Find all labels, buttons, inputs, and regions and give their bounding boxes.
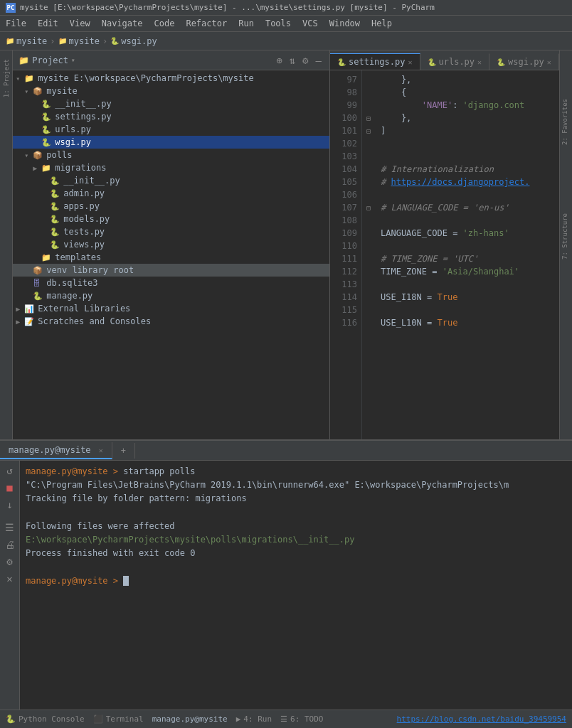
settings-btn[interactable]: ⚙ — [300, 54, 310, 67]
menu-edit[interactable]: Edit — [32, 17, 64, 30]
tree-item-db[interactable]: 🗄 db.sqlite3 — [13, 277, 329, 289]
menu-refactor[interactable]: Refactor — [180, 17, 233, 30]
templates-folder-icon: 📁 — [41, 253, 53, 262]
tree-item-migrations[interactable]: ▶ 📁 migrations — [13, 161, 329, 174]
rerun-btn[interactable]: ↺ — [5, 464, 14, 478]
expand-arrow: ▶ — [33, 164, 41, 172]
tree-item-polls[interactable]: ▾ 📦 polls — [13, 149, 329, 161]
terminal-content[interactable]: manage.py@mysite > startapp polls "C:\Pr… — [20, 461, 572, 710]
close-tab-wsgi[interactable]: ✕ — [547, 58, 551, 66]
status-manage[interactable]: manage.py@mysite — [152, 714, 228, 724]
code-line-102 — [381, 137, 554, 150]
tab-settings[interactable]: 🐍 settings.py ✕ — [330, 53, 420, 70]
ext-libs-icon: 📊 — [24, 304, 36, 314]
dropdown-icon[interactable]: ▾ — [71, 56, 75, 64]
tree-item-apps[interactable]: 🐍 apps.py — [13, 200, 329, 213]
filter-btn[interactable]: ☰ — [4, 520, 16, 535]
term-line-empty2 — [26, 560, 566, 574]
close-tab-urls[interactable]: ✕ — [477, 58, 482, 66]
menu-code[interactable]: Code — [149, 17, 181, 30]
code-gutter: ⊟ ⊟ ⊟ — [362, 70, 375, 439]
tree-item-wsgi[interactable]: 🐍 wsgi.py — [13, 136, 329, 149]
term-line-prompt: manage.py@mysite > — [26, 574, 566, 588]
tree-item-init[interactable]: 🐍 __init__.py — [13, 97, 329, 110]
code-content[interactable]: }, { 'NAME': 'django.cont }, ] # Interna… — [375, 70, 559, 439]
code-line-111: # TIME_ZONE = 'UTC' — [381, 252, 554, 265]
term-line-1: manage.py@mysite > startapp polls — [26, 465, 566, 478]
todo-icon: ☰ — [280, 714, 287, 724]
panel-actions: ⊕ ⇅ ⚙ — — [274, 54, 324, 67]
tree-item-scratches[interactable]: ▶ 📝 Scratches and Consoles — [13, 315, 329, 328]
project-panel: 📁 Project ▾ ⊕ ⇅ ⚙ — ▾ 📁 mysite E:\worksp… — [13, 50, 330, 439]
menu-file[interactable]: File — [0, 17, 32, 30]
status-link[interactable]: https://blog.csdn.net/baidu_39459954 — [397, 714, 566, 724]
code-line-107: # LANGUAGE_CODE = 'en-us' — [381, 201, 554, 214]
tree-item-urls[interactable]: 🐍 urls.py — [13, 123, 329, 136]
pkg-folder-icon: 📦 — [33, 87, 44, 96]
status-run[interactable]: ▶ 4: Run — [236, 714, 272, 724]
py-tab-icon-2: 🐍 — [428, 58, 436, 66]
tree-item-manage[interactable]: 🐍 manage.py — [13, 289, 329, 302]
structure-strip-label[interactable]: 7: Structure — [560, 208, 572, 265]
menu-help[interactable]: Help — [366, 17, 398, 30]
tree-item-models[interactable]: 🐍 models.py — [13, 213, 329, 225]
menu-tools[interactable]: Tools — [260, 17, 297, 30]
file-tree: ▾ 📁 mysite E:\workspace\PycharmProjects\… — [13, 70, 329, 439]
tab-urls[interactable]: 🐍 urls.py ✕ — [420, 53, 490, 70]
scroll-down-btn[interactable]: ↓ — [5, 498, 14, 512]
py-icon: 🐍 — [33, 291, 44, 301]
breadcrumb-item-2[interactable]: 🐍 wsgi.py — [110, 36, 157, 46]
expand-arrow: ▶ — [16, 305, 24, 313]
py-tab-icon-3: 🐍 — [497, 58, 505, 66]
tree-item-venv[interactable]: 📦 venv library root — [13, 264, 329, 277]
bottom-tab-manage[interactable]: manage.py@mysite ✕ — [0, 442, 112, 459]
root-folder-icon: 📁 — [24, 74, 36, 83]
tree-item-admin[interactable]: 🐍 admin.py — [13, 187, 329, 200]
code-line-104: # Internationalization — [381, 163, 554, 176]
close-term-btn[interactable]: ✕ — [5, 572, 14, 586]
status-todo[interactable]: ☰ 6: TODO — [280, 714, 323, 724]
tab-wsgi[interactable]: 🐍 wsgi.py ✕ — [489, 53, 559, 70]
code-editor[interactable]: 97 98 99 100 101 102 103 104 105 106 107… — [330, 70, 559, 439]
code-line-113 — [381, 278, 554, 291]
menu-view[interactable]: View — [64, 17, 96, 30]
print-btn[interactable]: 🖨 — [4, 537, 16, 552]
title-bar: PC mysite [E:\workspace\PycharmProjects\… — [0, 0, 572, 16]
py-icon: 🐍 — [50, 189, 61, 198]
tree-item-mysite-root[interactable]: ▾ 📁 mysite E:\workspace\PycharmProjects\… — [13, 72, 329, 85]
settings-btn-2[interactable]: ⚙ — [5, 555, 14, 569]
breadcrumb-item-1[interactable]: 📁 mysite — [58, 36, 100, 46]
menu-vcs[interactable]: VCS — [297, 17, 324, 30]
menu-run[interactable]: Run — [233, 17, 260, 30]
tree-item-polls-init[interactable]: 🐍 __init__.py — [13, 174, 329, 187]
py-icon: 🐍 — [50, 228, 61, 237]
panel-header: 📁 Project ▾ ⊕ ⇅ ⚙ — — [13, 50, 329, 70]
favorites-strip-label[interactable]: 2: Favorites — [560, 93, 572, 151]
menu-window[interactable]: Window — [324, 17, 366, 30]
panel-title: 📁 Project ▾ — [18, 55, 75, 65]
minimize-btn[interactable]: — — [314, 54, 324, 67]
term-line-4: Following files were affected — [26, 520, 566, 533]
tree-item-tests[interactable]: 🐍 tests.py — [13, 225, 329, 238]
main-area: 1: Project 📁 Project ▾ ⊕ ⇅ ⚙ — ▾ 📁 mysit… — [0, 50, 572, 439]
stop-btn[interactable]: ■ — [5, 481, 14, 495]
tree-item-settings[interactable]: 🐍 settings.py — [13, 110, 329, 123]
tree-item-mysite-pkg[interactable]: ▾ 📦 mysite — [13, 85, 329, 97]
tree-item-ext-libs[interactable]: ▶ 📊 External Libraries — [13, 302, 329, 315]
locate-btn[interactable]: ⊕ — [274, 54, 284, 67]
close-bottom-tab[interactable]: ✕ — [99, 446, 103, 454]
menu-navigate[interactable]: Navigate — [96, 17, 149, 30]
project-strip-label[interactable]: 1: Project — [1, 53, 11, 103]
sort-btn[interactable]: ⇅ — [287, 54, 297, 67]
breadcrumb-item-0[interactable]: 📁 mysite — [6, 36, 47, 46]
code-line-97: }, — [381, 73, 554, 86]
tree-item-templates[interactable]: 📁 templates — [13, 251, 329, 264]
terminal-area: ↺ ■ ↓ ☰ 🖨 ⚙ ✕ manage.py@mysite > startap… — [0, 461, 572, 710]
status-bar: 🐍 Python Console ⬛ Terminal manage.py@my… — [0, 710, 572, 728]
status-python-console[interactable]: 🐍 Python Console — [6, 714, 85, 724]
status-terminal[interactable]: ⬛ Terminal — [93, 714, 144, 724]
expand-arrow: ▾ — [16, 75, 24, 82]
close-tab-settings[interactable]: ✕ — [408, 58, 412, 66]
bottom-tab-plus[interactable]: + — [112, 443, 135, 459]
tree-item-views[interactable]: 🐍 views.py — [13, 238, 329, 251]
